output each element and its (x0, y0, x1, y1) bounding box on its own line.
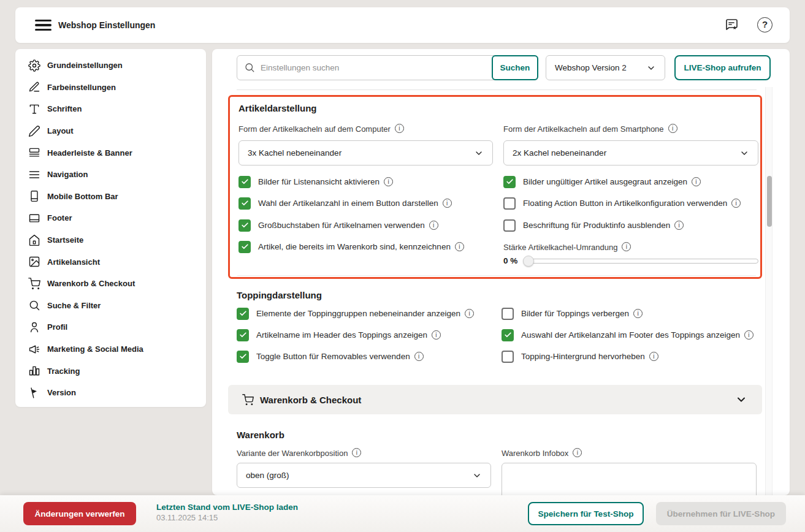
checkbox[interactable] (502, 308, 514, 320)
checkbox-row: Wahl der Artikelanzahl in einem Button d… (238, 197, 452, 210)
mobile-icon (28, 190, 40, 202)
checkbox-row: Elemente der Toppinggruppen nebeneinande… (237, 307, 474, 320)
info-icon[interactable]: i (633, 309, 643, 318)
sidebar: Grundeinstellungen Farbeinstellungen Sch… (15, 49, 206, 407)
checkbox[interactable] (502, 329, 514, 341)
checkbox-row: Bilder für Listenansicht aktiviereni (238, 175, 393, 188)
info-icon[interactable]: i (432, 330, 441, 340)
feedback-message-star-icon[interactable] (724, 18, 739, 32)
computer-tiles-select[interactable]: 3x Kachel nebeneinander (238, 140, 493, 165)
smartphone-tiles-label: Form der Artikelkacheln auf dem Smartpho… (503, 124, 677, 134)
sidebar-item-tracking[interactable]: Tracking (15, 360, 206, 382)
checkbox-row: Beschriftung für Produktinfo ausblendeni (503, 219, 684, 232)
info-icon[interactable]: i (622, 242, 631, 251)
checkbox[interactable] (237, 351, 249, 363)
info-icon[interactable]: i (573, 448, 582, 457)
sidebar-item-artikelansicht[interactable]: Artikelansicht (15, 251, 206, 273)
cart-icon (28, 278, 40, 290)
info-icon[interactable]: i (455, 242, 464, 251)
hamburger-menu-icon[interactable] (35, 20, 52, 31)
sidebar-item-layout[interactable]: Layout (15, 120, 206, 142)
info-icon[interactable]: i (414, 352, 424, 361)
sidebar-item-schriften[interactable]: Schriften (15, 98, 206, 120)
sidebar-item-grundeinstellungen[interactable]: Grundeinstellungen (15, 55, 206, 77)
checkbox[interactable] (503, 219, 516, 232)
info-icon[interactable]: i (429, 221, 438, 230)
checkbox-row: Auswahl der Artikelanzahl im Footer des … (502, 329, 753, 341)
load-live-state-link[interactable]: Letzten Stand vom LIVE-Shop laden 03.11.… (156, 503, 298, 522)
help-icon[interactable]: ? (757, 17, 773, 32)
sidebar-item-farbeinstellungen[interactable]: Farbeinstellungen (15, 77, 206, 99)
sidebar-item-navigation[interactable]: Navigation (15, 164, 206, 186)
info-icon[interactable]: i (384, 177, 393, 186)
sidebar-item-marketing-social-media[interactable]: Marketing & Social Media (15, 338, 206, 360)
scrollbar-thumb[interactable] (767, 176, 772, 227)
image-icon (28, 256, 40, 268)
info-icon[interactable]: i (465, 309, 474, 318)
section-title: Artikeldarstellung (238, 103, 317, 113)
info-icon[interactable]: i (395, 124, 404, 133)
sidebar-item-startseite[interactable]: Startseite (15, 229, 206, 251)
warenkorb-infobox-label: Warenkorb Infoboxi (502, 448, 582, 458)
checkbox[interactable] (238, 176, 251, 188)
checkbox[interactable] (503, 176, 516, 188)
info-icon[interactable]: i (674, 221, 684, 230)
checkbox[interactable] (238, 197, 251, 210)
slider-thumb[interactable] (523, 256, 534, 267)
header-banner-icon (28, 146, 40, 159)
smartphone-tiles-select[interactable]: 2x Kachel nebeneinander (503, 140, 758, 165)
flag-icon (28, 387, 40, 399)
checkbox[interactable] (238, 241, 251, 253)
save-test-shop-button[interactable]: Speichern für Test-Shop (528, 502, 644, 525)
chevron-down-icon (474, 148, 484, 158)
artikeldarstellung-section-highlighted: Artikeldarstellung Form der Artikelkache… (228, 95, 762, 279)
slider-value: 0 % (503, 256, 524, 265)
live-shop-button[interactable]: LIVE-Shop aufrufen (674, 55, 771, 80)
sidebar-item-headerleiste-banner[interactable]: Headerleiste & Banner (15, 142, 206, 164)
info-icon[interactable]: i (692, 177, 701, 186)
user-icon (28, 321, 40, 333)
info-icon[interactable]: i (649, 352, 658, 361)
checkbox[interactable] (502, 351, 514, 363)
webshop-version-select[interactable]: Webshop Version 2 (546, 55, 665, 80)
info-icon[interactable]: i (443, 199, 452, 208)
apply-live-shop-button: Übernehmen für LIVE-Shop (656, 502, 786, 525)
checkbox-row: Topping-Hintergrund hervorhebeni (502, 350, 658, 363)
page-title: Webshop Einstellungen (58, 20, 155, 30)
pencil-icon (28, 125, 40, 137)
checkbox[interactable] (238, 219, 251, 232)
top-header: Webshop Einstellungen ? (15, 7, 790, 43)
divider (237, 89, 757, 90)
sidebar-item-profil[interactable]: Profil (15, 316, 206, 338)
section-header-title: Warenkorb & Checkout (260, 395, 361, 405)
checkbox[interactable] (237, 308, 249, 320)
warenkorbposition-select[interactable]: oben (groß) (237, 463, 491, 488)
sidebar-item-suche-filter[interactable]: Suche & Filter (15, 295, 206, 317)
border-strength-slider[interactable] (524, 259, 758, 264)
warenkorb-infobox-input[interactable] (502, 463, 757, 495)
bar-chart-icon (28, 365, 40, 377)
sidebar-item-version[interactable]: Version (15, 382, 206, 404)
info-icon[interactable]: i (352, 448, 361, 457)
info-icon[interactable]: i (731, 199, 741, 208)
info-icon[interactable]: i (668, 124, 677, 133)
warenkorb-title: Warenkorb (237, 430, 284, 440)
chevron-down-icon (646, 63, 656, 73)
checkbox-row: Artikelname im Header des Toppings anzei… (237, 329, 441, 341)
sidebar-item-mobile-bottom-bar[interactable]: Mobile Bottom Bar (15, 186, 206, 208)
warenkorb-checkout-section-header[interactable]: Warenkorb & Checkout (228, 385, 762, 414)
sidebar-item-footer[interactable]: Footer (15, 207, 206, 229)
checkbox[interactable] (503, 197, 516, 210)
checkbox-row: Bilder für Toppings verbergeni (502, 307, 643, 320)
computer-tiles-label: Form der Artikelkacheln auf dem Computer… (238, 124, 404, 134)
search-button[interactable]: Suchen (492, 55, 538, 80)
type-icon (28, 103, 40, 115)
discard-changes-button[interactable]: Änderungen verwerfen (23, 502, 136, 525)
sidebar-item-warenkorb-checkout[interactable]: Warenkorb & Checkout (15, 273, 206, 295)
megaphone-icon (28, 343, 40, 355)
chevron-down-icon (739, 148, 749, 158)
scrollbar-track[interactable] (765, 87, 773, 495)
warenkorbposition-label: Variante der Warenkorbpositioni (237, 448, 361, 458)
info-icon[interactable]: i (744, 330, 753, 340)
checkbox[interactable] (237, 329, 249, 341)
